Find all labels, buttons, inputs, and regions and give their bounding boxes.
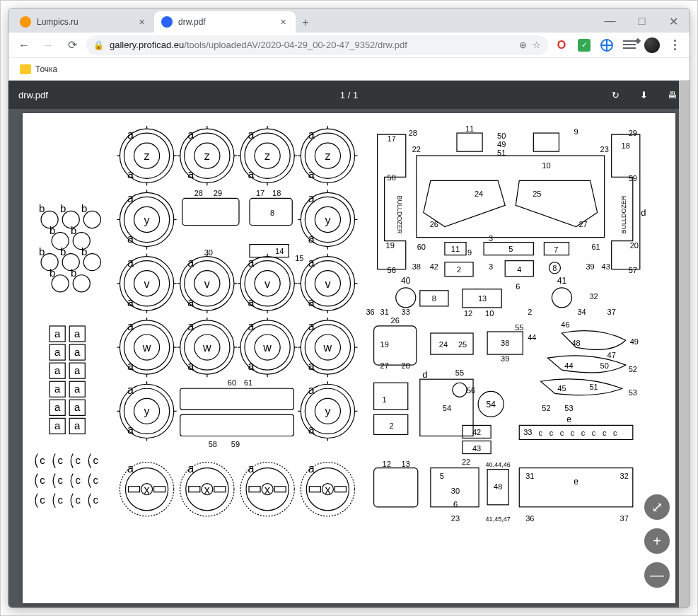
omnibox-zoom-icon[interactable]: ⊕ bbox=[519, 40, 527, 50]
tab-drwpdf[interactable]: drw.pdf ✕ bbox=[154, 11, 296, 33]
svg-text:b: b bbox=[39, 202, 45, 214]
svg-text:45: 45 bbox=[557, 384, 566, 393]
svg-text:a: a bbox=[54, 383, 61, 395]
window-maximize[interactable]: □ bbox=[626, 10, 658, 33]
svg-text:54: 54 bbox=[443, 404, 451, 412]
svg-text:8: 8 bbox=[270, 209, 274, 217]
svg-text:60: 60 bbox=[228, 378, 236, 387]
svg-text:1: 1 bbox=[383, 395, 387, 404]
svg-text:a: a bbox=[127, 462, 134, 475]
tab-close-icon[interactable]: ✕ bbox=[136, 16, 147, 28]
nav-forward[interactable]: → bbox=[38, 35, 58, 55]
svg-text:d: d bbox=[422, 369, 427, 380]
tab-title: drw.pdf bbox=[178, 17, 273, 27]
svg-text:43: 43 bbox=[602, 262, 610, 271]
omnibox[interactable]: 🔒 gallery.proficad.eu/tools/uploadedAV/2… bbox=[86, 35, 548, 55]
svg-text:a: a bbox=[248, 359, 255, 372]
svg-text:v: v bbox=[204, 277, 210, 290]
profile-avatar[interactable] bbox=[643, 36, 661, 54]
svg-text:23: 23 bbox=[600, 145, 609, 153]
svg-text:31: 31 bbox=[525, 472, 534, 480]
svg-text:40: 40 bbox=[401, 276, 411, 286]
svg-text:4: 4 bbox=[517, 265, 521, 274]
svg-rect-229 bbox=[374, 383, 408, 409]
svg-text:e: e bbox=[574, 477, 578, 487]
svg-text:59: 59 bbox=[629, 174, 637, 182]
pdf-print-button[interactable]: 🖶 bbox=[664, 87, 680, 103]
svg-text:55: 55 bbox=[515, 323, 523, 332]
window-minimize[interactable]: — bbox=[594, 10, 626, 33]
svg-text:20: 20 bbox=[402, 361, 410, 370]
svg-text:w: w bbox=[262, 341, 272, 354]
svg-text:11: 11 bbox=[451, 245, 460, 253]
svg-text:42: 42 bbox=[472, 428, 481, 436]
pdf-rotate-button[interactable]: ↻ bbox=[607, 87, 623, 103]
svg-text:a: a bbox=[248, 320, 255, 332]
window-close[interactable]: ✕ bbox=[658, 10, 690, 33]
svg-text:3: 3 bbox=[489, 262, 493, 271]
pdf-diagram: zaa zaa zaa zaa yaa 2829 17188 yaa 30 14… bbox=[23, 113, 675, 553]
url-display: gallery.proficad.eu/tools/uploadedAV/202… bbox=[110, 40, 513, 50]
nav-reload[interactable]: ⟳ bbox=[62, 35, 82, 55]
scrollbar-thumb[interactable] bbox=[679, 81, 690, 608]
svg-text:15: 15 bbox=[295, 254, 303, 262]
svg-text:25: 25 bbox=[458, 340, 467, 349]
pdf-zoom-in-button[interactable]: + bbox=[644, 528, 670, 554]
svg-text:31: 31 bbox=[380, 308, 389, 316]
titlebar: Lumpics.ru ✕ drw.pdf ✕ + — □ ✕ bbox=[8, 8, 690, 33]
extension-check[interactable]: ✓ bbox=[575, 36, 593, 54]
svg-text:24: 24 bbox=[439, 340, 448, 349]
svg-text:32: 32 bbox=[589, 292, 598, 301]
svg-text:28: 28 bbox=[194, 189, 203, 197]
pdf-zoom-out-button[interactable]: — bbox=[644, 562, 670, 588]
nav-back[interactable]: ← bbox=[14, 35, 34, 55]
svg-text:a: a bbox=[187, 320, 194, 332]
svg-text:w: w bbox=[202, 341, 211, 354]
tab-close-icon[interactable]: ✕ bbox=[277, 16, 289, 28]
svg-text:10: 10 bbox=[485, 309, 494, 318]
svg-text:x: x bbox=[204, 483, 210, 496]
svg-text:a: a bbox=[187, 359, 194, 372]
svg-text:c: c bbox=[571, 429, 575, 437]
svg-text:a: a bbox=[187, 128, 194, 141]
svg-text:c: c bbox=[603, 429, 607, 437]
svg-text:47: 47 bbox=[607, 351, 616, 359]
svg-text:56: 56 bbox=[388, 266, 396, 274]
svg-text:a: a bbox=[308, 128, 315, 141]
svg-text:12: 12 bbox=[464, 309, 472, 318]
pdf-page[interactable]: zaa zaa zaa zaa yaa 2829 17188 yaa 30 14… bbox=[23, 113, 675, 603]
extension-globe[interactable] bbox=[598, 36, 616, 54]
svg-text:14: 14 bbox=[275, 247, 284, 255]
svg-text:a: a bbox=[54, 419, 61, 431]
svg-text:a: a bbox=[308, 383, 315, 396]
svg-text:b: b bbox=[71, 267, 76, 279]
bookmark-tochka[interactable]: Точка bbox=[16, 62, 62, 77]
svg-text:51: 51 bbox=[589, 383, 598, 391]
svg-text:53: 53 bbox=[564, 404, 573, 412]
svg-text:a: a bbox=[308, 359, 315, 372]
svg-text:58: 58 bbox=[209, 440, 217, 448]
extension-opera[interactable]: O bbox=[552, 36, 571, 54]
new-tab-button[interactable]: + bbox=[296, 13, 315, 33]
chrome-menu[interactable] bbox=[665, 36, 684, 54]
svg-text:11: 11 bbox=[465, 124, 474, 133]
svg-text:32: 32 bbox=[620, 472, 629, 480]
folder-icon bbox=[20, 64, 31, 74]
svg-rect-71 bbox=[180, 414, 294, 436]
svg-text:c: c bbox=[93, 454, 99, 466]
tab-lumpics[interactable]: Lumpics.ru ✕ bbox=[13, 11, 154, 33]
omnibox-star-icon[interactable]: ☆ bbox=[533, 40, 541, 50]
svg-text:20: 20 bbox=[630, 241, 639, 250]
svg-text:13: 13 bbox=[402, 460, 410, 468]
reading-list-icon[interactable] bbox=[620, 36, 639, 54]
svg-text:52: 52 bbox=[542, 404, 550, 412]
svg-text:v: v bbox=[144, 277, 150, 290]
svg-text:18: 18 bbox=[272, 189, 281, 197]
pdf-download-button[interactable]: ⬇ bbox=[636, 87, 651, 103]
pdf-viewer: drw.pdf 1 / 1 ↻ ⬇ 🖶 zaa zaa zaa zaa yaa … bbox=[8, 81, 690, 608]
scrollbar-track[interactable] bbox=[679, 81, 690, 608]
pdf-fit-button[interactable]: ⤢ bbox=[644, 494, 670, 520]
svg-text:a: a bbox=[248, 256, 255, 269]
svg-text:17: 17 bbox=[388, 134, 396, 143]
svg-text:w: w bbox=[142, 341, 151, 354]
